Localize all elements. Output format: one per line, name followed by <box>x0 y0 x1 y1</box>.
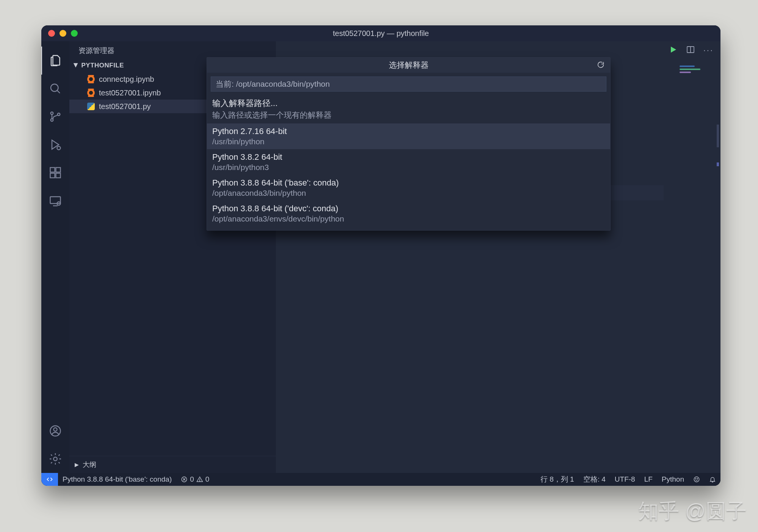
play-icon <box>669 45 678 54</box>
option-subtitle: /opt/anaconda3/envs/devc/bin/python <box>212 214 605 223</box>
status-language-label: Python <box>662 475 684 484</box>
status-warning-count: 0 <box>205 475 210 484</box>
search-icon <box>49 82 62 95</box>
status-notifications[interactable] <box>705 476 720 483</box>
split-editor-button[interactable] <box>686 45 695 56</box>
interpreter-option[interactable]: Python 2.7.16 64-bit /usr/bin/python <box>207 123 610 149</box>
status-feedback[interactable] <box>689 476 705 483</box>
run-debug-tab[interactable] <box>41 131 69 159</box>
source-control-tab[interactable] <box>41 103 69 131</box>
status-language-mode[interactable]: Python <box>657 475 689 484</box>
vscode-window: test0527001.py — pythonfile <box>41 25 720 486</box>
option-subtitle: /usr/bin/python <box>212 137 605 146</box>
minimap-marker <box>717 162 719 166</box>
files-icon <box>49 54 63 67</box>
status-eol[interactable]: LF <box>640 475 657 484</box>
svg-point-27 <box>697 479 698 479</box>
editor-actions: ··· <box>669 45 714 56</box>
quickpick-title-bar: 选择解释器 <box>207 58 610 73</box>
outline-label: 大纲 <box>83 460 96 469</box>
workspace-folder-name: PYTHONFILE <box>81 62 124 69</box>
option-title: Python 3.8.8 64-bit ('devc': conda) <box>212 204 605 214</box>
interpreter-current-value: 当前: /opt/anaconda3/bin/python <box>216 79 330 89</box>
svg-rect-8 <box>56 168 61 172</box>
window-title: test0527001.py — pythonfile <box>333 29 429 38</box>
enter-interpreter-path-option[interactable]: 输入解释器路径... 输入路径或选择一个现有的解释器 <box>207 95 610 123</box>
titlebar: test0527001.py — pythonfile <box>41 25 720 41</box>
svg-point-24 <box>199 481 200 481</box>
quickpick-title: 选择解释器 <box>389 60 429 70</box>
remote-connect-icon <box>46 476 53 483</box>
interpreter-search-input[interactable]: 当前: /opt/anaconda3/bin/python <box>211 76 606 92</box>
remote-explorer-tab[interactable] <box>41 187 69 215</box>
svg-point-2 <box>51 112 53 115</box>
outline-section-header[interactable]: ▶ 大纲 <box>69 456 276 473</box>
feedback-icon <box>693 476 700 483</box>
interpreter-option[interactable]: Python 3.8.8 64-bit ('base': conda) /opt… <box>207 175 610 201</box>
minimap-line <box>680 72 691 73</box>
svg-rect-7 <box>50 168 55 172</box>
search-tab[interactable] <box>41 75 69 103</box>
refresh-interpreters-button[interactable] <box>597 61 605 71</box>
remote-indicator[interactable] <box>41 473 58 486</box>
editor-area: ··· 选择解释器 <box>276 41 720 473</box>
svg-point-15 <box>54 428 57 431</box>
account-icon <box>49 424 62 438</box>
status-encoding[interactable]: UTF-8 <box>610 475 640 484</box>
status-encoding-label: UTF-8 <box>615 475 635 484</box>
option-title: Python 3.8.8 64-bit ('base': conda) <box>212 178 605 188</box>
status-indent-label: 空格: 4 <box>583 474 606 484</box>
python-icon <box>87 102 95 111</box>
status-bar: Python 3.8.8 64-bit ('base': conda) 0 0 … <box>41 473 720 486</box>
extensions-tab[interactable] <box>41 159 69 187</box>
watermark-text: 知乎 @圆子 <box>638 498 747 525</box>
sidebar-title: 资源管理器 <box>69 41 276 59</box>
play-bug-icon <box>49 138 62 151</box>
minimap[interactable] <box>677 64 719 178</box>
chevron-right-icon: ▶ <box>75 462 79 468</box>
status-problems[interactable]: 0 0 <box>176 475 214 484</box>
svg-point-25 <box>694 477 699 482</box>
option-title: 输入解释器路径... <box>212 98 605 109</box>
maximize-window-button[interactable] <box>71 30 78 37</box>
jupyter-icon <box>87 89 95 97</box>
option-title: Python 3.8.2 64-bit <box>212 152 605 162</box>
warning-icon <box>196 476 203 483</box>
remote-icon <box>49 194 62 207</box>
svg-point-6 <box>57 147 61 150</box>
svg-point-3 <box>51 119 53 122</box>
chevron-down-icon: ▶ <box>73 63 79 68</box>
branch-icon <box>49 110 62 123</box>
error-icon <box>181 476 188 483</box>
run-file-button[interactable] <box>669 45 678 56</box>
interpreter-option[interactable]: Python 3.8.2 64-bit /usr/bin/python3 <box>207 149 610 175</box>
option-title: Python 2.7.16 64-bit <box>212 126 605 136</box>
jupyter-icon <box>87 75 95 83</box>
gear-icon <box>49 452 62 466</box>
status-python-interpreter[interactable]: Python 3.8.8 64-bit ('base': conda) <box>58 475 176 484</box>
minimize-window-button[interactable] <box>60 30 66 37</box>
more-actions-button[interactable]: ··· <box>703 45 714 55</box>
svg-marker-5 <box>52 140 59 149</box>
explorer-tab[interactable] <box>41 47 69 75</box>
close-window-button[interactable] <box>48 30 55 37</box>
watermark: 知乎 @圆子 <box>638 498 747 525</box>
status-cursor-position[interactable]: 行 8，列 1 <box>536 474 579 484</box>
svg-marker-17 <box>671 47 676 53</box>
extensions-icon <box>49 166 62 179</box>
status-interpreter-label: Python 3.8.8 64-bit ('base': conda) <box>63 475 172 484</box>
interpreter-option[interactable]: Python 3.8.8 64-bit ('devc': conda) /opt… <box>207 201 610 226</box>
svg-rect-10 <box>56 173 61 178</box>
status-indentation[interactable]: 空格: 4 <box>579 474 610 484</box>
settings-button[interactable] <box>41 445 69 473</box>
select-interpreter-panel: 选择解释器 当前: /opt/anaconda3/bin/python 输入解释… <box>207 57 611 231</box>
accounts-button[interactable] <box>41 417 69 445</box>
svg-rect-9 <box>50 173 55 178</box>
status-eol-label: LF <box>644 475 653 484</box>
activity-bar <box>41 41 69 473</box>
svg-point-26 <box>695 479 696 479</box>
window-controls <box>48 30 78 37</box>
status-cursor-label: 行 8，列 1 <box>540 474 574 484</box>
file-name: test0527001.ipynb <box>99 89 161 97</box>
option-subtitle: /opt/anaconda3/bin/python <box>212 189 605 198</box>
